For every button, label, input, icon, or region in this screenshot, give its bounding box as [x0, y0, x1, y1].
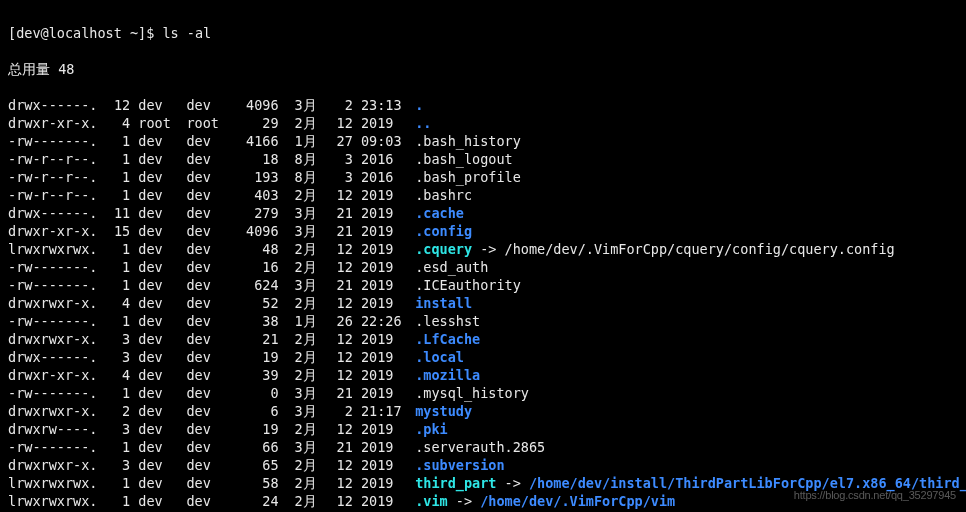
- file-permissions: -rw-r--r--.: [8, 168, 100, 186]
- file-link-count: 15: [108, 222, 130, 240]
- file-month: 2月: [287, 366, 317, 384]
- file-size: 193: [235, 168, 279, 186]
- file-time: 2019: [361, 384, 407, 402]
- file-permissions: drwxr-xr-x.: [8, 222, 100, 240]
- file-permissions: drwxrwxr-x.: [8, 330, 100, 348]
- file-day: 3: [325, 168, 353, 186]
- file-owner: dev: [138, 492, 178, 510]
- file-day: 12: [325, 348, 353, 366]
- file-month: 3月: [287, 204, 317, 222]
- list-item: drwxrwxr-x. 3 dev dev 21 2月 12 2019 .LfC…: [8, 330, 958, 348]
- file-group: dev: [186, 294, 226, 312]
- file-link-count: 1: [108, 150, 130, 168]
- file-link-count: 1: [108, 258, 130, 276]
- file-name: .cquery: [415, 241, 472, 257]
- file-size: 403: [235, 186, 279, 204]
- file-name: .LfCache: [415, 331, 480, 347]
- file-size: 58: [235, 474, 279, 492]
- file-size: 279: [235, 204, 279, 222]
- file-owner: dev: [138, 276, 178, 294]
- file-permissions: drwx------.: [8, 204, 100, 222]
- file-owner: dev: [138, 96, 178, 114]
- file-permissions: lrwxrwxrwx.: [8, 240, 100, 258]
- file-group: dev: [186, 366, 226, 384]
- file-owner: dev: [138, 366, 178, 384]
- file-day: 12: [325, 474, 353, 492]
- file-permissions: drwx------.: [8, 96, 100, 114]
- file-owner: dev: [138, 474, 178, 492]
- file-name: .serverauth.2865: [415, 439, 545, 455]
- file-day: 12: [325, 186, 353, 204]
- file-name: .bashrc: [415, 187, 472, 203]
- file-name: .: [415, 97, 423, 113]
- file-month: 3月: [287, 276, 317, 294]
- file-time: 2016: [361, 150, 407, 168]
- file-size: 38: [235, 312, 279, 330]
- file-day: 2: [325, 402, 353, 420]
- file-name: .local: [415, 349, 464, 365]
- file-name: .bash_profile: [415, 169, 521, 185]
- list-item: drwxr-xr-x. 4 root root 29 2月 12 2019 ..: [8, 114, 958, 132]
- file-size: 48: [235, 240, 279, 258]
- file-name: .config: [415, 223, 472, 239]
- file-group: dev: [186, 456, 226, 474]
- file-month: 2月: [287, 420, 317, 438]
- file-month: 2月: [287, 294, 317, 312]
- file-name: .mysql_history: [415, 385, 529, 401]
- file-owner: dev: [138, 204, 178, 222]
- file-permissions: -rw-------.: [8, 438, 100, 456]
- file-time: 23:13: [361, 96, 407, 114]
- file-permissions: drwxr-xr-x.: [8, 114, 100, 132]
- file-group: dev: [186, 438, 226, 456]
- file-time: 2019: [361, 456, 407, 474]
- file-permissions: -rw-r--r--.: [8, 150, 100, 168]
- file-name: .vim: [415, 493, 448, 509]
- file-month: 2月: [287, 474, 317, 492]
- file-size: 65: [235, 456, 279, 474]
- file-permissions: -rw-r--r--.: [8, 186, 100, 204]
- file-month: 1月: [287, 312, 317, 330]
- list-item: -rw-------. 1 dev dev 0 3月 21 2019 .mysq…: [8, 384, 958, 402]
- file-time: 2016: [361, 168, 407, 186]
- file-group: dev: [186, 348, 226, 366]
- file-time: 2019: [361, 294, 407, 312]
- file-time: 2019: [361, 276, 407, 294]
- file-time: 2019: [361, 420, 407, 438]
- file-link-count: 4: [108, 294, 130, 312]
- file-time: 2019: [361, 438, 407, 456]
- terminal-output[interactable]: [dev@localhost ~]$ ls -al 总用量 48 drwx---…: [0, 0, 966, 512]
- file-size: 39: [235, 366, 279, 384]
- file-group: dev: [186, 474, 226, 492]
- file-day: 27: [325, 132, 353, 150]
- file-group: dev: [186, 204, 226, 222]
- file-permissions: -rw-------.: [8, 258, 100, 276]
- file-name: install: [415, 295, 472, 311]
- file-day: 12: [325, 420, 353, 438]
- file-name: .cache: [415, 205, 464, 221]
- list-item: lrwxrwxrwx. 1 dev dev 48 2月 12 2019 .cqu…: [8, 240, 958, 258]
- file-month: 3月: [287, 438, 317, 456]
- file-size: 4166: [235, 132, 279, 150]
- file-size: 4096: [235, 96, 279, 114]
- file-link-count: 4: [108, 366, 130, 384]
- file-day: 2: [325, 96, 353, 114]
- file-group: dev: [186, 384, 226, 402]
- file-size: 16: [235, 258, 279, 276]
- file-owner: dev: [138, 402, 178, 420]
- file-day: 21: [325, 204, 353, 222]
- file-size: 19: [235, 420, 279, 438]
- file-name: .lesshst: [415, 313, 480, 329]
- file-link-count: 1: [108, 492, 130, 510]
- file-group: dev: [186, 402, 226, 420]
- file-group: dev: [186, 150, 226, 168]
- file-size: 66: [235, 438, 279, 456]
- file-permissions: drwx------.: [8, 348, 100, 366]
- list-item: -rw-------. 1 dev dev 16 2月 12 2019 .esd…: [8, 258, 958, 276]
- list-item: -rw-------. 1 dev dev 38 1月 26 22:26 .le…: [8, 312, 958, 330]
- list-item: -rw-r--r--. 1 dev dev 403 2月 12 2019 .ba…: [8, 186, 958, 204]
- file-size: 29: [235, 114, 279, 132]
- file-time: 2019: [361, 222, 407, 240]
- file-size: 19: [235, 348, 279, 366]
- list-item: drwx------. 12 dev dev 4096 3月 2 23:13 .: [8, 96, 958, 114]
- file-time: 2019: [361, 492, 407, 510]
